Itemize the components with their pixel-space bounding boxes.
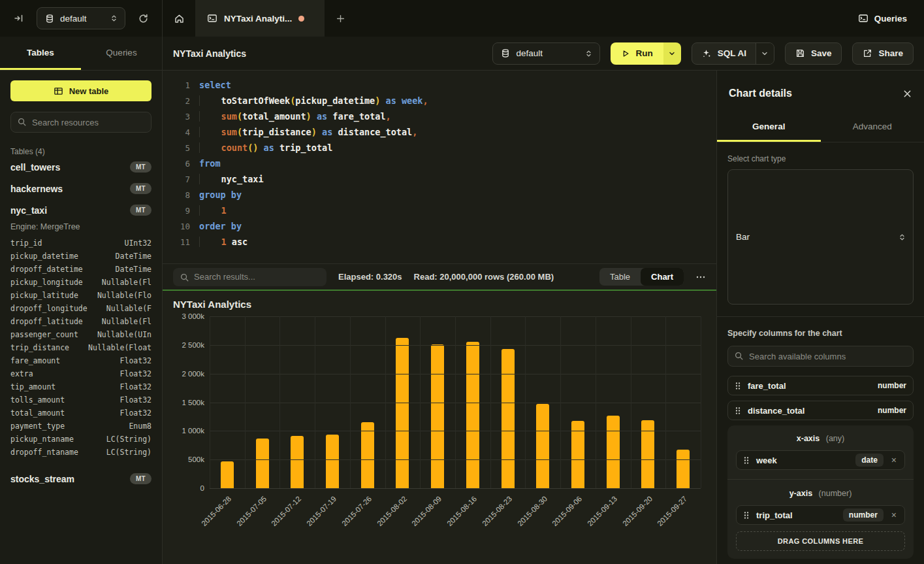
tab-advanced[interactable]: Advanced bbox=[821, 114, 924, 142]
new-table-button[interactable]: New table bbox=[10, 80, 151, 101]
bar[interactable] bbox=[431, 344, 444, 488]
table-row[interactable]: nyc_taxiMT bbox=[10, 199, 151, 221]
gridline-vertical bbox=[420, 316, 421, 488]
sidebar-tab-tables[interactable]: Tables bbox=[0, 37, 81, 70]
column-chip[interactable]: fare_totalnumber bbox=[727, 376, 914, 395]
tables-list: cell_towersMThackernewsMTnyc_taxiMTEngin… bbox=[10, 156, 151, 489]
y-axis-labels: 0500k1 000k1 500k2 000k2 500k3 000k bbox=[173, 316, 210, 488]
drag-columns-dropzone[interactable]: DRAG COLUMNS HERE bbox=[736, 531, 905, 551]
tab-nytaxi-analytics[interactable]: NYTaxi Analyti... bbox=[195, 0, 325, 37]
search-icon bbox=[180, 273, 189, 282]
table-row[interactable]: stocks_streamMT bbox=[10, 468, 151, 489]
plot-area bbox=[210, 316, 701, 488]
bar[interactable] bbox=[221, 461, 234, 488]
close-icon[interactable] bbox=[902, 89, 912, 99]
bar[interactable] bbox=[677, 450, 690, 488]
column-name: pickup_ntaname bbox=[10, 435, 74, 444]
database-selector[interactable]: default bbox=[37, 7, 125, 29]
column-type: LC(String) bbox=[106, 448, 151, 457]
bar[interactable] bbox=[256, 439, 269, 488]
sidebar-tab-queries[interactable]: Queries bbox=[81, 37, 162, 70]
column-chip[interactable]: trip_totalnumber× bbox=[736, 505, 905, 525]
y-axis-tick-label: 1 000k bbox=[182, 427, 204, 435]
table-columns: trip_idUInt32pickup_datetimeDateTimedrop… bbox=[10, 237, 151, 468]
x-axis-tick-label: 2015-06-28 bbox=[200, 495, 232, 527]
column-row: trip_distanceNullable(Float bbox=[10, 341, 151, 354]
view-toggle-chart[interactable]: Chart bbox=[641, 268, 684, 286]
run-button[interactable]: Run bbox=[611, 42, 663, 65]
column-type: DateTime bbox=[116, 252, 151, 261]
column-name: dropoff_latitude bbox=[10, 317, 83, 326]
bar[interactable] bbox=[291, 436, 304, 488]
drag-handle-icon[interactable] bbox=[735, 406, 741, 415]
bar[interactable] bbox=[396, 338, 409, 488]
column-row: fare_amountFloat32 bbox=[10, 354, 151, 367]
column-chip[interactable]: weekdate× bbox=[736, 450, 905, 470]
bar[interactable] bbox=[641, 420, 654, 488]
drag-handle-icon[interactable] bbox=[743, 456, 750, 465]
new-tab-button[interactable] bbox=[325, 0, 356, 37]
line-number: 8 bbox=[163, 190, 190, 200]
run-options-button[interactable] bbox=[663, 42, 681, 65]
column-type: DateTime bbox=[116, 265, 151, 274]
bar[interactable] bbox=[326, 435, 339, 488]
code-line: 3 sum(total_amount) as fare_total, bbox=[163, 108, 716, 124]
refresh-icon[interactable] bbox=[133, 8, 153, 28]
chart-details-tabs: General Advanced bbox=[717, 114, 924, 142]
column-row: tip_amountFloat32 bbox=[10, 380, 151, 393]
queries-button[interactable]: Queries bbox=[841, 0, 924, 37]
y-axis-tick-label: 500k bbox=[188, 456, 204, 463]
sql-ai-button-group: SQL AI bbox=[692, 42, 774, 65]
code-line: 10order by bbox=[163, 218, 716, 234]
home-tab-button[interactable] bbox=[163, 0, 195, 37]
bar[interactable] bbox=[607, 416, 620, 488]
bar[interactable] bbox=[361, 422, 374, 488]
tab-general[interactable]: General bbox=[717, 114, 821, 142]
column-chip-name: trip_total bbox=[756, 510, 793, 520]
sql-ai-options-button[interactable] bbox=[756, 43, 774, 64]
run-database-selector[interactable]: default bbox=[492, 42, 600, 65]
bar[interactable] bbox=[536, 404, 549, 488]
bar[interactable] bbox=[466, 342, 479, 488]
chart-type-selector[interactable]: Bar bbox=[727, 169, 914, 305]
remove-column-icon[interactable]: × bbox=[890, 455, 898, 465]
search-results-input[interactable] bbox=[173, 268, 327, 286]
column-row: pickup_datetimeDateTime bbox=[10, 250, 151, 263]
sql-ai-button[interactable]: SQL AI bbox=[692, 43, 756, 64]
share-button[interactable]: Share bbox=[852, 42, 914, 65]
table-row[interactable]: cell_towersMT bbox=[10, 156, 151, 178]
drag-handle-icon[interactable] bbox=[735, 382, 741, 390]
code-line: 8group by bbox=[163, 187, 716, 203]
more-options-icon[interactable] bbox=[695, 272, 706, 282]
editor-toolbar: NYTaxi Analytics default Run SQL AI bbox=[163, 37, 924, 71]
queries-button-label: Queries bbox=[874, 14, 907, 24]
search-columns-input[interactable] bbox=[727, 346, 914, 367]
collapse-sidebar-icon[interactable] bbox=[9, 8, 29, 28]
column-type: Nullable(UIn bbox=[97, 330, 151, 339]
table-row[interactable]: hackernewsMT bbox=[10, 178, 151, 199]
code-text: toStartOfWeek(pickup_datetime) as week, bbox=[199, 93, 428, 108]
columns-search bbox=[727, 346, 914, 367]
tab-strip: NYTaxi Analyti... Queries bbox=[163, 0, 924, 37]
database-selector-value: default bbox=[60, 14, 104, 24]
elapsed-stat: Elapsed: 0.320s bbox=[338, 272, 402, 282]
sidebar-tabs: Tables Queries bbox=[0, 37, 163, 71]
column-chip[interactable]: distance_totalnumber bbox=[727, 401, 914, 420]
chevron-down-icon bbox=[668, 50, 676, 58]
remove-column-icon[interactable]: × bbox=[890, 510, 898, 520]
column-name: tolls_amount bbox=[10, 395, 65, 405]
code-line: 4 sum(trip_distance) as distance_total, bbox=[163, 124, 716, 140]
column-row: tolls_amountFloat32 bbox=[10, 393, 151, 406]
gridline-vertical bbox=[525, 316, 526, 488]
column-name: payment_type bbox=[10, 422, 65, 431]
save-button[interactable]: Save bbox=[785, 42, 842, 65]
column-row: pickup_latitudeNullable(Flo bbox=[10, 289, 151, 302]
search-resources-input[interactable] bbox=[10, 112, 151, 133]
sql-editor[interactable]: 1select2 toStartOfWeek(pickup_datetime) … bbox=[163, 71, 716, 263]
code-line: 1select bbox=[163, 77, 716, 93]
line-number: 1 bbox=[163, 80, 190, 90]
column-chip-type: number bbox=[878, 381, 906, 390]
view-toggle-table[interactable]: Table bbox=[599, 268, 641, 286]
bar[interactable] bbox=[502, 349, 515, 488]
drag-handle-icon[interactable] bbox=[743, 511, 750, 520]
